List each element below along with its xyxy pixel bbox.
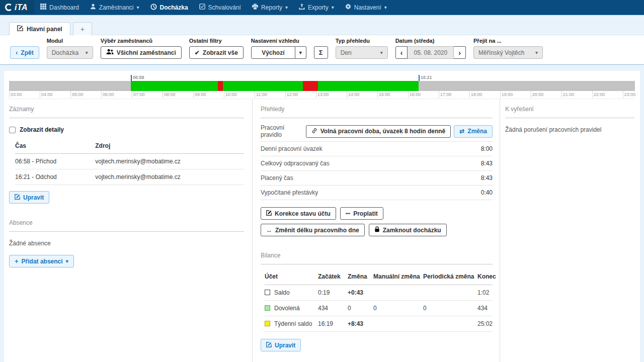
table-row[interactable]: 06:58 - Příchod vojtech.merinsky@mobatim… (15, 154, 244, 169)
plus-icon: + (80, 25, 85, 33)
date-label: Datum (středa) (395, 38, 466, 44)
date-value: 05. 08. 2020 (414, 49, 447, 56)
nav-item-exporty[interactable]: Exporty ▾ (293, 0, 340, 15)
table-row[interactable]: Dovolená 434 0 0 0 434 (265, 301, 493, 316)
balance-col-start: Začátek (318, 268, 348, 285)
timeline-segment-work (223, 81, 303, 91)
edit-balance-button[interactable]: Upravit (261, 339, 301, 351)
account-color-swatch (265, 321, 270, 326)
timeline-segment-idle (419, 81, 635, 91)
employees-button[interactable]: Všichni zaměstnanci (101, 46, 182, 59)
timeline-tick-label: 23:00 (624, 92, 636, 97)
lock-attendance-button[interactable]: Zamknout docházku (369, 224, 447, 236)
timeline-tick-label: 13:00 (317, 92, 329, 97)
check-square-icon (199, 4, 205, 11)
balance-col-periodic: Periodická změna (423, 268, 477, 285)
balance-manual (373, 316, 423, 332)
timeline-tick-label: 22:00 (594, 92, 605, 97)
back-button[interactable]: ‹ Zpět (10, 46, 39, 59)
check-icon: ✔ (195, 49, 200, 56)
payout-button[interactable]: ••• Proplatit (340, 207, 383, 220)
change-day-length-button[interactable]: ↔ Změnit délku pracovního dne (261, 224, 365, 236)
balance-end: 434 (477, 301, 493, 316)
timeline-tick-label: 03:00 (11, 92, 22, 97)
timeline-tick: 04:00 (40, 91, 40, 98)
timeline-tick-label: 18:00 (471, 92, 482, 97)
work-rule-button[interactable]: Volná pracovní doba, úvazek 8 hodin denn… (306, 125, 451, 138)
show-details-checkbox[interactable] (9, 127, 16, 133)
record-source: vojtech.merinsky@mobatime.cz (95, 169, 244, 185)
timeline-ticks: 03:0004:0005:0006:0007:0008:0009:0010:00… (9, 91, 635, 99)
chevron-left-icon: ‹ (16, 49, 18, 56)
nav-item-schvalovani[interactable]: Schvalování (194, 0, 247, 15)
overview-row-label: Celkový odpracovaný čas (261, 160, 330, 167)
sum-button[interactable]: Σ (314, 46, 328, 59)
record-time: 16:21 - Odchod (15, 169, 95, 185)
change-rule-button[interactable]: ⇄ Změna (454, 125, 493, 138)
issues-column: K vyřešení Žádná porušení pracovních pra… (500, 99, 640, 362)
timeline-tick: 12:00 (285, 91, 286, 98)
view-type-select[interactable]: Den ▾ (336, 46, 388, 59)
date-value-field[interactable]: 05. 08. 2020 (408, 46, 454, 59)
account-color-swatch (265, 290, 270, 295)
timeline-segment-break (303, 81, 317, 91)
table-row[interactable]: Týdenní saldo 16:19 +8:43 25:02 (265, 316, 493, 332)
user-icon (90, 4, 96, 11)
chevron-down-icon: ▾ (86, 50, 88, 55)
balance-col-manual: Manuální změna (373, 268, 423, 285)
nav-item-dashboard[interactable]: Dashboard (35, 0, 85, 15)
chevron-down-icon: ▾ (332, 5, 334, 10)
logo-text: iTA (15, 3, 28, 12)
edit-records-button[interactable]: Upravit (9, 191, 49, 204)
nav-label: Schvalování (208, 4, 241, 11)
issues-title: K vyřešení (505, 99, 635, 118)
change-rule-label: Změna (467, 128, 487, 135)
balance-end: 1:02 (477, 285, 493, 301)
modul-select[interactable]: Docházka ▾ (47, 46, 93, 59)
add-absence-button[interactable]: + Přidat absenci ▾ (9, 255, 74, 267)
timeline-tick-label: 11:00 (256, 92, 267, 97)
nav-item-zamestnanci[interactable]: Zaměstnanci ▾ (85, 0, 145, 15)
timeline-marker: 16:21 (419, 75, 420, 81)
app-logo[interactable]: iTA (0, 0, 35, 15)
employees-value: Všichni zaměstnanci (117, 49, 176, 56)
table-row[interactable]: Saldo 0:19 +0:43 1:02 (265, 285, 493, 301)
date-next-button[interactable]: › (454, 46, 466, 59)
nav-label: Zaměstnanci (99, 4, 134, 11)
tab-main-panel[interactable]: Hlavní panel (9, 22, 70, 35)
goto-employee-select[interactable]: Měřínský Vojtěch ▾ (473, 46, 543, 59)
view-type-label: Typ přehledu (336, 38, 388, 44)
account-correction-label: Korekce stavu účtu (275, 210, 331, 217)
back-label: Zpět (21, 49, 33, 56)
work-rule-value: Volná pracovní doba, úvazek 8 hodin denn… (320, 128, 446, 135)
other-filters-button[interactable]: ✔ Zobrazit vše (189, 46, 244, 59)
nav-item-dochazka[interactable]: Docházka (145, 0, 194, 15)
clock-icon (150, 4, 157, 12)
edit-icon (266, 210, 272, 217)
timeline-bar[interactable] (9, 81, 635, 91)
overview-row-label: Placený čas (261, 174, 293, 182)
nav-item-nastaveni[interactable]: Nastavení ▾ (340, 0, 392, 15)
balance-table: Účet Začátek Změna Manuální změna Period… (265, 268, 493, 332)
account-correction-button[interactable]: Korekce stavu účtu (261, 207, 336, 220)
overview-row-value: 8:00 (481, 145, 493, 152)
date-prev-button[interactable]: ‹ (395, 46, 408, 59)
top-navbar: iTA Dashboard Zaměstnanci ▾ Docházka Sch… (0, 0, 644, 15)
goto-employee-value: Měřínský Vojtěch (478, 49, 524, 56)
timeline-segment-work (131, 81, 218, 91)
balance-periodic (423, 316, 477, 332)
timeline-tick-label: 21:00 (563, 92, 575, 97)
chevron-down-icon: ▾ (66, 259, 68, 264)
nav-item-reporty[interactable]: Reporty ▾ (247, 0, 293, 15)
timeline-tick: 21:00 (561, 91, 562, 98)
appearance-select[interactable]: Výchozí (251, 46, 295, 59)
balance-periodic (423, 285, 477, 301)
timeline-tick-label: 16:00 (410, 92, 421, 97)
tab-label: Hlavní panel (27, 26, 62, 33)
payout-label: Proplatit (353, 210, 378, 217)
tab-add-button[interactable]: + (73, 22, 92, 35)
timeline-tick-label: 15:00 (379, 92, 390, 97)
appearance-dropdown-button[interactable]: ▾ (295, 46, 306, 59)
grid-icon (40, 4, 46, 11)
table-row[interactable]: 16:21 - Odchod vojtech.merinsky@mobatime… (15, 169, 244, 185)
